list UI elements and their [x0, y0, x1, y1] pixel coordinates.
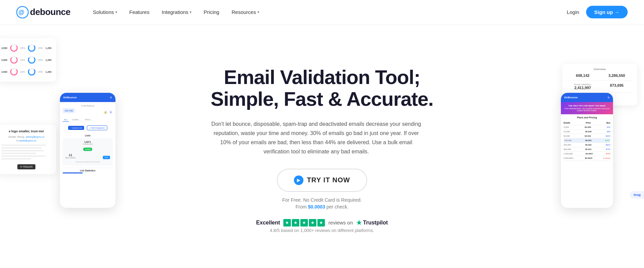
nav-integrations[interactable]: Integrations ▾ — [156, 6, 198, 18]
pricing-link[interactable]: $0.0003 — [308, 204, 325, 210]
nav-integrations-label: Integrations — [162, 9, 188, 15]
play-icon: ▶ — [294, 175, 303, 185]
hero-section: 3,500 20% 25% 1,250 3,500 20% 25% 1,250 … — [0, 24, 644, 268]
nav-resources-label: Resources — [232, 9, 256, 15]
nav-solutions-label: Solutions — [93, 9, 114, 15]
stats-card: 3,500 20% 25% 1,250 3,500 20% 25% 1,250 … — [0, 38, 56, 82]
resources-chevron-icon: ▾ — [257, 10, 259, 14]
email-card: e logo smaller, trust me! Sender: Denny,… — [0, 125, 56, 174]
trustpilot-name: Trustpilot — [363, 220, 388, 226]
trustpilot-logo: ★ Trustpilot — [356, 219, 388, 227]
trustpilot-stars: ★ ★ ★ ★ ★ — [283, 219, 325, 227]
ring-chart-pink — [10, 56, 18, 64]
star-1: ★ — [283, 219, 291, 227]
logo[interactable]: @ debounce — [16, 6, 70, 18]
star-5: ★ — [317, 219, 325, 227]
hero-description: Don't let bounce, disposable, spam-trap … — [211, 119, 422, 156]
nav-pricing[interactable]: Pricing — [198, 6, 225, 18]
logo-icon: @ — [16, 6, 29, 18]
ring-chart-pink — [10, 44, 18, 52]
excellent-label: Excellent — [256, 220, 280, 226]
stat-row: 3,500 20% 25% 1,250 — [1, 54, 51, 66]
nav-features-label: Features — [129, 9, 150, 15]
hero-title-line1: Email Validation Tool; — [224, 66, 420, 88]
ring-chart-blue — [28, 44, 35, 52]
drag-chip: Drag — [630, 191, 644, 199]
brand-name: debounce — [30, 7, 70, 17]
nav-pricing-label: Pricing — [204, 9, 219, 15]
hero-title: Email Validation Tool; Simple, Fast & Ac… — [211, 66, 434, 110]
nav-solutions[interactable]: Solutions ▾ — [87, 6, 123, 18]
login-button[interactable]: Login — [567, 9, 579, 15]
trustpilot-row: Excellent ★ ★ ★ ★ ★ reviews on ★ Trustpi… — [256, 219, 388, 227]
signup-button[interactable]: Sign up → — [586, 6, 628, 18]
free-text: For Free. No Credit Card is Required. — [211, 197, 434, 203]
cta-label: TRY IT NOW — [307, 176, 350, 184]
trustpilot-area: Excellent ★ ★ ★ ★ ★ reviews on ★ Trustpi… — [211, 219, 434, 233]
ring-chart-blue — [28, 68, 35, 76]
phone-mockup-right: DeBounce ≡ THE ONLY PAY FOR WHAT YOU NEE… — [561, 93, 613, 208]
reviews-on-text: reviews on — [328, 220, 353, 225]
nav-links: Solutions ▾ Features Integrations ▾ Pric… — [87, 6, 567, 18]
hero-content: Email Validation Tool; Simple, Fast & Ac… — [211, 66, 434, 233]
overview-card: Overview 608,142 3,286,550 Email Validat… — [562, 64, 637, 105]
rating-text: 4.8/5 based on 1,000+ reviews on differe… — [270, 228, 374, 233]
star-3: ★ — [300, 219, 308, 227]
nav-resources[interactable]: Resources ▾ — [225, 6, 265, 18]
ring-chart-blue — [28, 56, 35, 64]
phone-mockup-left: DeBounce ≡ Credit Balance 500 MB 🔔 ⚙ ALL… — [60, 93, 116, 208]
navbar: @ debounce Solutions ▾ Features Integrat… — [0, 0, 644, 24]
star-2: ★ — [292, 219, 299, 227]
svg-text:@: @ — [18, 9, 25, 16]
solutions-chevron-icon: ▾ — [115, 10, 117, 14]
nav-right: Login Sign up → — [567, 6, 628, 18]
hero-title-line2: Simple, Fast & Accurate. — [211, 88, 434, 110]
stat-row: 3,500 20% 25% 1,250 — [1, 42, 51, 54]
stat-row: 3,500 20% 25% 1,250 — [1, 66, 51, 78]
integrations-chevron-icon: ▾ — [190, 10, 191, 14]
star-4: ★ — [309, 219, 316, 227]
ring-chart-pink — [10, 68, 18, 76]
try-it-now-button[interactable]: ▶ TRY IT NOW — [277, 169, 367, 192]
from-text: From $0.0003 per check. — [211, 204, 434, 210]
nav-features[interactable]: Features — [123, 6, 156, 18]
